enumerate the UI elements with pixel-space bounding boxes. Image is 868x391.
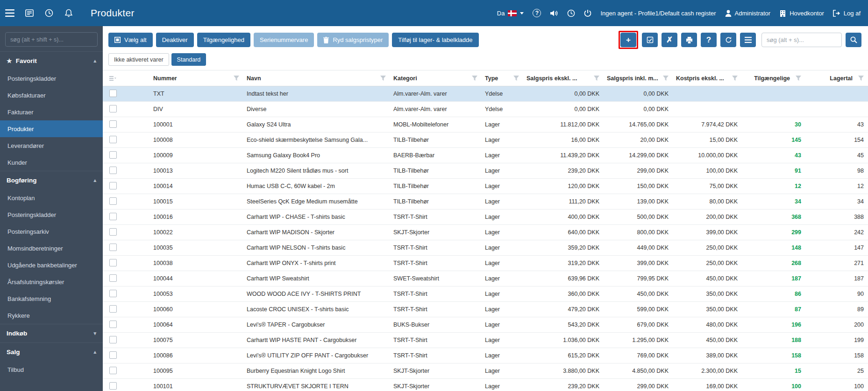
row-checkbox[interactable] <box>109 336 117 343</box>
vælg-alt-button[interactable]: Vælg alt <box>108 33 153 47</box>
column-header-nummer[interactable]: Nummer <box>149 75 243 82</box>
column-header-type[interactable]: Type <box>481 75 523 82</box>
clear-button[interactable]: ✗ <box>662 33 677 47</box>
table-row[interactable]: 100060Lacoste CROC UNISEX - T-shirts bas… <box>103 302 868 317</box>
column-header-salgspris-inkl[interactable]: Salgspris inkl. m... <box>603 75 672 82</box>
filter-icon[interactable] <box>796 76 801 81</box>
sidebar-item-bankafstemning[interactable]: Bankafstemning <box>0 290 103 307</box>
language-selector[interactable]: Da <box>497 10 524 17</box>
help-button[interactable]: ? <box>533 9 541 17</box>
row-checkbox[interactable] <box>109 182 117 189</box>
time-button[interactable] <box>39 0 59 26</box>
table-row[interactable]: 100038Carhartt WIP ONYX - T-shirts print… <box>103 256 868 271</box>
table-row[interactable]: 100035Carhartt WIP NELSON - T-shirts bas… <box>103 240 868 256</box>
news-button[interactable] <box>20 0 39 26</box>
sidebar-search-input[interactable] <box>5 32 98 47</box>
row-checkbox[interactable] <box>109 213 117 220</box>
filter-icon[interactable] <box>732 76 738 81</box>
sidebar-item-årsafslutningskørsler[interactable]: Årsafslutningskørsler <box>0 273 103 290</box>
row-checkbox[interactable] <box>109 274 117 282</box>
sidebar-section-salg[interactable]: Salg▴ <box>0 342 103 361</box>
row-checkbox[interactable] <box>109 244 117 251</box>
filter-icon[interactable] <box>663 76 669 81</box>
table-row[interactable]: 100009Samsung Galaxy Book4 ProBAERB-Bærb… <box>103 148 868 163</box>
table-row[interactable]: 100064Levi's® TAPER - CargobukserBUKS-Bu… <box>103 317 868 333</box>
sidebar-item-udgående-bankbetalinger[interactable]: Udgående bankbetalinger <box>0 257 103 273</box>
help-button[interactable]: ? <box>701 33 717 47</box>
sidebar-item-leverandører[interactable]: Leverandører <box>0 137 103 154</box>
column-header-salgspris-ekskl[interactable]: Salgspris ekskl. ... <box>523 75 603 82</box>
location-menu[interactable]: Hovedkontor <box>779 10 824 17</box>
sidebar-item-produkter[interactable]: Produkter <box>0 120 103 137</box>
table-search-input[interactable] <box>761 33 842 47</box>
column-header-lagertal[interactable]: Lagertal <box>805 75 868 82</box>
user-menu[interactable]: Administrator <box>725 10 771 17</box>
table-row[interactable]: 100086Levi's® UTILITY ZIP OFF PANT - Car… <box>103 348 868 363</box>
sidebar-item-fakturaer[interactable]: Fakturaer <box>0 104 103 120</box>
row-checkbox[interactable] <box>109 151 117 159</box>
view-tab-ikke-aktiveret-varer[interactable]: Ikke aktiveret varer <box>108 53 169 66</box>
row-checkbox[interactable] <box>109 290 117 297</box>
sidebar-item-momsindberetninger[interactable]: Momsindberetninger <box>0 240 103 257</box>
column-header-navn[interactable]: Navn <box>243 75 390 82</box>
row-checkbox[interactable] <box>109 120 117 128</box>
deaktiver-button[interactable]: Deaktiver <box>156 33 194 47</box>
sidebar-item-posteringskladder[interactable]: Posteringskladder <box>0 70 103 87</box>
table-row[interactable]: 100014Humac USB C-C, 60W kabel - 2mTILB-… <box>103 179 868 194</box>
ryd-salgspristyper-button[interactable]: Ryd salgspristyper <box>317 33 389 47</box>
sidebar-item-tilbud[interactable]: Tilbud <box>0 361 103 378</box>
row-checkbox[interactable] <box>109 259 117 266</box>
table-row[interactable]: 100101STRUKTURVÆVET SKJORTE I TERNSKJT-S… <box>103 379 868 391</box>
column-header-tilgaengelige[interactable]: Tilgængelige <box>741 75 805 82</box>
tilføj-til-lager-labelkladde-button[interactable]: Tilføj til lager- & labelkladde <box>392 33 478 47</box>
table-row[interactable]: DIVDiverseAlm.varer-Alm. varerYdelse0,00… <box>103 102 868 117</box>
filter-icon[interactable] <box>594 76 599 81</box>
row-checkbox[interactable] <box>109 382 117 390</box>
row-checkbox[interactable] <box>109 197 117 205</box>
row-checkbox[interactable] <box>109 90 117 97</box>
serienummervare-button[interactable]: Serienummervare <box>254 33 314 47</box>
row-checkbox[interactable] <box>109 167 117 174</box>
refresh-button[interactable] <box>720 33 736 47</box>
column-header-kategori[interactable]: Kategori <box>390 75 481 82</box>
table-row[interactable]: 100095Burberry Equestrian Knight Logo Sh… <box>103 363 868 379</box>
edit-button[interactable] <box>642 33 658 47</box>
row-checkbox[interactable] <box>109 351 117 359</box>
sidebar-item-rykkere[interactable]: Rykkere <box>0 307 103 324</box>
view-tab-standard[interactable]: Standard <box>171 53 206 66</box>
filter-icon[interactable] <box>380 76 386 81</box>
filter-icon[interactable] <box>472 76 477 81</box>
row-checkbox[interactable] <box>109 105 117 112</box>
table-row[interactable]: 100008Eco-shield skærmbeskyttelse Samsun… <box>103 133 868 148</box>
table-row[interactable]: 100013Logitech M220 Silent trådløs mus -… <box>103 163 868 179</box>
filter-icon[interactable] <box>513 76 519 81</box>
sidebar-item-kontoplan[interactable]: Kontoplan <box>0 189 103 206</box>
menu-button[interactable] <box>0 0 20 26</box>
table-row[interactable]: 100016Carhartt WIP - CHASE - T-shirts ba… <box>103 209 868 225</box>
tilgængelighed-button[interactable]: Tilgængelighed <box>197 33 250 47</box>
column-chooser-button[interactable] <box>103 76 149 81</box>
session-time-button[interactable] <box>567 9 575 17</box>
filter-icon[interactable] <box>234 76 239 81</box>
logout-button[interactable]: Log af <box>833 10 861 17</box>
columns-button[interactable] <box>740 33 756 47</box>
power-button[interactable] <box>584 9 591 17</box>
sidebar-section-bogføring[interactable]: Bogføring▴ <box>0 171 103 189</box>
row-checkbox[interactable] <box>109 305 117 313</box>
sidebar-item-posteringskladder[interactable]: Posteringskladder <box>0 206 103 223</box>
table-row[interactable]: 100022Carhartt WIP MADISON - SkjorterSKJ… <box>103 225 868 240</box>
sound-button[interactable] <box>550 10 558 17</box>
print-button[interactable] <box>681 33 697 47</box>
table-row[interactable]: 100015SteelSeries QcK Edge Medium musemå… <box>103 194 868 209</box>
sidebar-item-købsfakturaer[interactable]: Købsfakturaer <box>0 87 103 104</box>
column-header-kostpris-ekskl[interactable]: Kostpris ekskl. ... <box>672 75 741 82</box>
table-row[interactable]: 100075Carhartt WIP HASTE PANT - Cargobuk… <box>103 333 868 348</box>
row-checkbox[interactable] <box>109 367 117 374</box>
table-row[interactable]: 100001Galaxy S24 UltraMOBL-Mobiltelefone… <box>103 117 868 133</box>
row-checkbox[interactable] <box>109 228 117 236</box>
filter-icon[interactable] <box>858 76 864 81</box>
notifications-button[interactable] <box>59 0 78 26</box>
sidebar-item-posteringsarkiv[interactable]: Posteringsarkiv <box>0 223 103 240</box>
row-checkbox[interactable] <box>109 321 117 328</box>
search-button[interactable] <box>846 33 861 47</box>
